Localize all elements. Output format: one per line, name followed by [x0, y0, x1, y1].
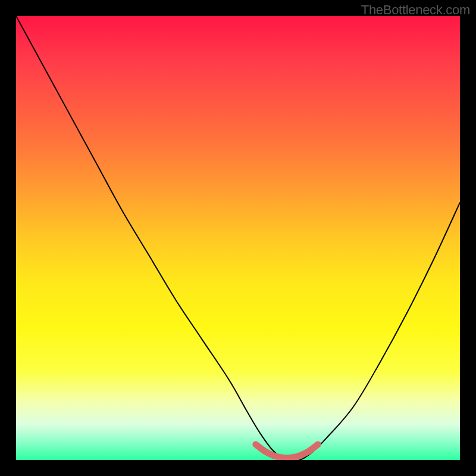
watermark-text: TheBottleneck.com — [361, 2, 470, 18]
bottleneck-curve-path — [16, 16, 460, 460]
optimal-zone-path — [256, 444, 318, 458]
bottleneck-chart — [16, 16, 460, 460]
